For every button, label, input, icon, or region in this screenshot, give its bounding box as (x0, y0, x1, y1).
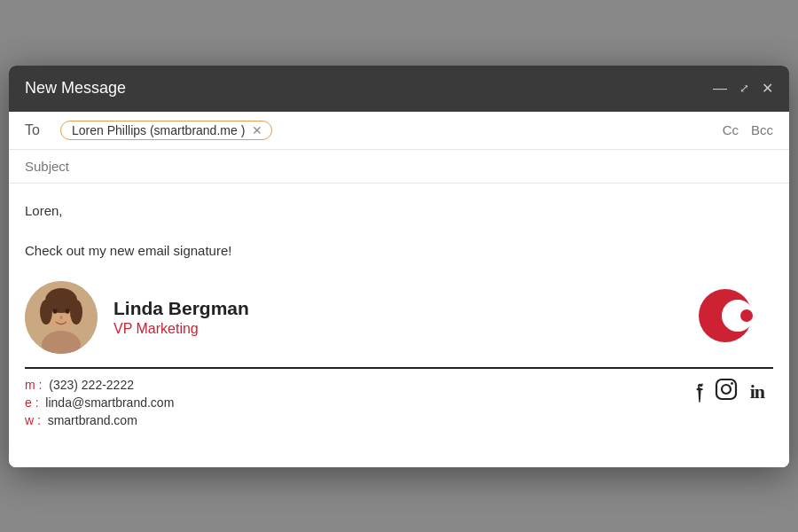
email-body[interactable]: Loren, Check out my new email signature! (9, 184, 789, 467)
phone-value: (323) 222-2222 (49, 378, 134, 392)
email-value: linda@smartbrand.com (45, 395, 174, 410)
subject-input[interactable] (25, 159, 773, 174)
svg-point-4 (40, 300, 52, 325)
linkedin-icon[interactable]: in (750, 380, 764, 403)
recipient-chip[interactable]: Loren Phillips (smartbrand.me ) ✕ (60, 121, 272, 140)
web-line: w : smartbrand.com (25, 413, 174, 427)
web-value: smartbrand.com (48, 413, 137, 427)
signature-name-title: Linda Bergman VP Marketing (113, 298, 249, 337)
pin-button[interactable]: ⤢ (739, 82, 749, 94)
svg-point-13 (722, 385, 731, 394)
svg-point-5 (70, 300, 82, 325)
avatar (25, 281, 98, 354)
close-button[interactable]: ✕ (762, 82, 773, 96)
signature-divider (25, 367, 773, 370)
window-controls: — ⤢ ✕ (713, 82, 773, 96)
svg-point-7 (66, 309, 70, 314)
window-title: New Message (25, 79, 126, 98)
web-label: w : (25, 413, 41, 427)
email-label: e : (25, 395, 39, 410)
compose-content: To Loren Phillips (smartbrand.me ) ✕ Cc … (9, 112, 789, 467)
signature-top: Linda Bergman VP Marketing (25, 280, 773, 355)
instagram-icon[interactable] (715, 378, 738, 406)
minimize-button[interactable]: — (713, 82, 727, 96)
company-logo (693, 280, 764, 355)
cc-bcc-area: Cc Bcc (723, 122, 773, 137)
signature-job-title: VP Marketing (113, 321, 249, 337)
svg-point-14 (731, 382, 733, 385)
to-label: To (25, 122, 51, 138)
recipient-name: Loren Phillips (smartbrand.me ) (72, 123, 245, 137)
email-signature: Linda Bergman VP Marketing (25, 280, 773, 428)
phone-line: m : (323) 222-2222 (25, 378, 174, 392)
message-text: Check out my new email signature! (25, 239, 773, 262)
to-row: To Loren Phillips (smartbrand.me ) ✕ Cc … (9, 112, 789, 150)
phone-label: m : (25, 378, 42, 392)
email-compose-window: New Message — ⤢ ✕ To Loren Phillips (sma… (9, 66, 789, 467)
email-line: e : linda@smartbrand.com (25, 395, 174, 410)
social-icons: 𝔣 in (696, 378, 764, 406)
svg-point-11 (740, 309, 753, 322)
signature-left: Linda Bergman VP Marketing (25, 281, 249, 354)
signature-bottom: m : (323) 222-2222 e : linda@smartbrand.… (25, 378, 773, 427)
bcc-button[interactable]: Bcc (751, 122, 773, 137)
cc-button[interactable]: Cc (723, 122, 739, 137)
remove-recipient-button[interactable]: ✕ (252, 124, 262, 137)
signature-name: Linda Bergman (113, 298, 249, 319)
svg-rect-12 (716, 379, 736, 399)
subject-row (9, 150, 789, 184)
contact-info: m : (323) 222-2222 e : linda@smartbrand.… (25, 378, 174, 427)
titlebar: New Message — ⤢ ✕ (9, 66, 789, 112)
facebook-icon[interactable]: 𝔣 (696, 379, 702, 404)
svg-point-8 (60, 316, 63, 319)
greeting-text: Loren, (25, 200, 773, 223)
svg-point-6 (53, 309, 58, 314)
